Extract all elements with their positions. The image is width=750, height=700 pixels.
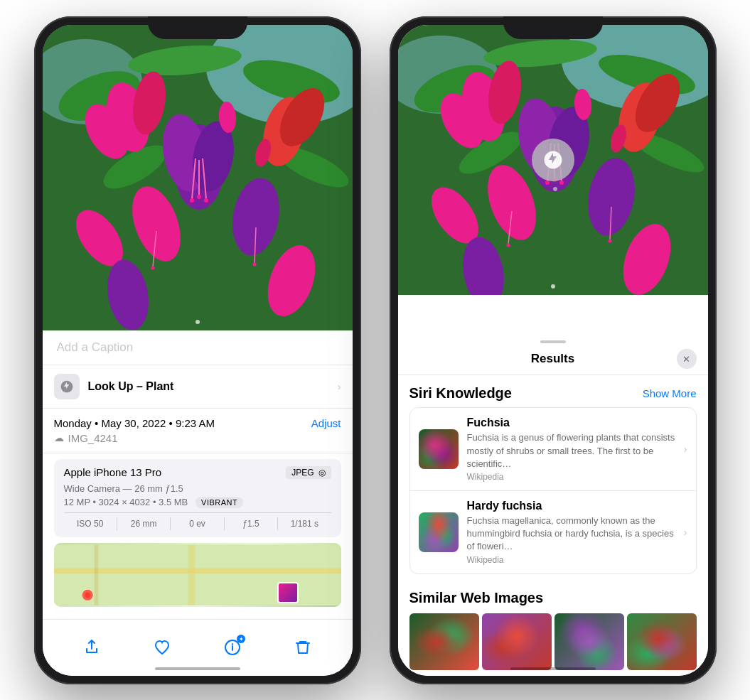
similar-image-3[interactable] — [555, 613, 624, 670]
knowledge-item-hardy[interactable]: Hardy fuchsia Fuchsia magellanica, commo… — [410, 491, 696, 574]
camera-model: Apple iPhone 13 Pro — [64, 466, 162, 478]
sheet-handle — [540, 340, 566, 343]
exif-row: ISO 50 26 mm 0 ev ƒ1.5 1/181 s — [64, 512, 331, 530]
svg-point-76 — [551, 284, 555, 289]
close-icon: ✕ — [682, 354, 690, 365]
home-indicator — [155, 667, 240, 670]
favorite-button[interactable] — [148, 633, 176, 662]
info-badge: ✦ — [237, 635, 245, 643]
similar-image-2[interactable] — [482, 613, 552, 670]
adjust-button[interactable]: Adjust — [311, 417, 341, 429]
right-home-indicator — [510, 667, 596, 670]
left-phone: Add a Caption Look Up – Plant › Monday — [34, 16, 361, 684]
lookup-row[interactable]: Look Up – Plant › — [43, 365, 353, 409]
photo-info-section: Monday • May 30, 2022 • 9:23 AM Adjust ☁… — [43, 409, 353, 453]
hardy-thumbnail — [419, 512, 459, 552]
visual-lookup-button[interactable] — [532, 139, 574, 181]
svg-point-19 — [204, 198, 208, 203]
caption-placeholder: Add a Caption — [57, 340, 134, 354]
exif-mm: 26 mm — [117, 517, 171, 530]
fuchsia-thumbnail — [419, 429, 459, 469]
show-more-button[interactable]: Show More — [643, 387, 697, 399]
map-background — [54, 543, 341, 607]
location-icon: ◎ — [318, 468, 326, 478]
flower-photo[interactable] — [43, 25, 353, 330]
mp-text: 12 MP • 3024 × 4032 • 3.5 MB — [64, 497, 188, 507]
visual-lookup-dot — [553, 187, 557, 191]
vibrant-badge: VIBRANT — [195, 497, 243, 508]
hardy-desc: Fuchsia magellanica, commonly known as t… — [467, 515, 675, 554]
hardy-source: Wikipedia — [467, 555, 675, 565]
exif-ev: 0 ev — [171, 517, 224, 530]
date-row: Monday • May 30, 2022 • 9:23 AM Adjust — [54, 417, 341, 429]
camera-spec: Wide Camera — 26 mm ƒ1.5 — [64, 483, 331, 494]
knowledge-item-fuchsia[interactable]: Fuchsia Fuchsia is a genus of flowering … — [410, 408, 696, 491]
svg-point-42 — [232, 643, 233, 645]
info-button[interactable]: ✦ — [218, 633, 247, 662]
date-text: Monday • May 30, 2022 • 9:23 AM — [54, 417, 215, 429]
filename: IMG_4241 — [68, 432, 118, 444]
siri-knowledge-header: Siri Knowledge Show More — [398, 375, 708, 407]
exif-aperture: ƒ1.5 — [225, 517, 278, 530]
mp-info: 12 MP • 3024 × 4032 • 3.5 MB VIBRANT — [64, 497, 331, 508]
svg-point-61 — [545, 181, 550, 185]
fuchsia-content: Fuchsia Fuchsia is a genus of flowering … — [467, 416, 675, 482]
hardy-name: Hardy fuchsia — [467, 500, 675, 512]
lookup-bold: Look Up – — [88, 380, 143, 392]
fuchsia-thumb-image — [419, 429, 459, 469]
jpeg-badge: JPEG ◎ — [286, 466, 331, 479]
hardy-chevron: › — [684, 527, 687, 538]
share-button[interactable] — [77, 633, 106, 662]
siri-knowledge-title: Siri Knowledge — [409, 385, 512, 402]
lookup-subject: Plant — [146, 380, 173, 392]
fuchsia-chevron: › — [684, 443, 687, 455]
jpeg-label: JPEG — [291, 468, 314, 478]
similar-section: Similar Web Images — [398, 580, 708, 676]
delete-button[interactable] — [289, 633, 317, 662]
similar-image-1[interactable] — [409, 613, 479, 670]
hardy-thumb-image — [419, 512, 459, 552]
sheet-header: Results ✕ — [398, 352, 708, 375]
sheet-title: Results — [531, 352, 574, 366]
fuchsia-name: Fuchsia — [467, 416, 675, 429]
right-phone-screen: Results ✕ Siri Knowledge Show More — [398, 25, 708, 676]
svg-point-39 — [85, 592, 90, 598]
similar-title: Similar Web Images — [409, 590, 697, 606]
lookup-label: Look Up – Plant — [88, 380, 174, 393]
exif-shutter: 1/181 s — [278, 517, 331, 530]
flower-background — [43, 25, 353, 330]
right-phone: Results ✕ Siri Knowledge Show More — [390, 16, 717, 684]
svg-point-62 — [559, 181, 564, 185]
filename-row: ☁ IMG_4241 — [54, 432, 341, 444]
fuchsia-source: Wikipedia — [467, 472, 675, 482]
lookup-chevron: › — [338, 381, 341, 392]
close-button[interactable]: ✕ — [677, 349, 697, 369]
svg-point-18 — [190, 198, 194, 203]
exif-iso: ISO 50 — [64, 517, 117, 530]
knowledge-card: Fuchsia Fuchsia is a genus of flowering … — [409, 407, 697, 574]
svg-point-17 — [197, 195, 201, 199]
camera-section: Apple iPhone 13 Pro JPEG ◎ Wide Camera —… — [54, 459, 341, 537]
visual-look-up-icon — [54, 374, 80, 399]
cloud-icon: ☁ — [54, 432, 64, 443]
svg-point-32 — [252, 262, 256, 266]
caption-area[interactable]: Add a Caption — [43, 330, 353, 365]
svg-rect-37 — [94, 544, 98, 605]
fuchsia-desc: Fuchsia is a genus of flowering plants t… — [467, 431, 675, 470]
map-area[interactable] — [54, 543, 341, 607]
similar-image-4[interactable] — [627, 613, 697, 670]
svg-point-30 — [151, 266, 154, 269]
right-flower-photo — [398, 25, 708, 295]
svg-point-75 — [608, 239, 611, 242]
svg-point-73 — [506, 243, 510, 247]
similar-images — [409, 613, 697, 670]
svg-point-33 — [195, 320, 200, 324]
hardy-content: Hardy fuchsia Fuchsia magellanica, commo… — [467, 500, 675, 565]
svg-rect-36 — [188, 544, 194, 605]
results-sheet: Results ✕ Siri Knowledge Show More — [398, 332, 708, 675]
camera-header: Apple iPhone 13 Pro JPEG ◎ — [64, 466, 331, 479]
left-phone-screen: Add a Caption Look Up – Plant › Monday — [43, 25, 353, 676]
